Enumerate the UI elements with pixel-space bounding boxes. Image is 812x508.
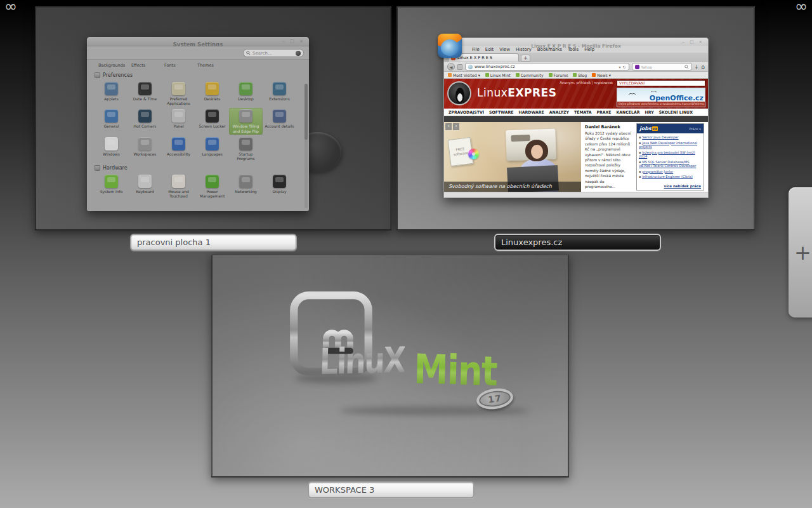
nav-item[interactable]: PRAXE	[596, 110, 611, 114]
bookmark-item[interactable]: News ▾	[592, 73, 611, 77]
workspace3-name-input[interactable]	[308, 481, 475, 498]
bookmark-item[interactable]: Linux Mint	[485, 73, 511, 77]
job-link-item[interactable]: programátor junior	[639, 170, 702, 174]
settings-item-label[interactable]: Effects	[131, 63, 164, 68]
site-identity-icon[interactable]	[468, 65, 473, 69]
settings-item[interactable]: Hot Corners	[128, 108, 162, 134]
search-icon[interactable]	[684, 65, 689, 69]
site-search-input[interactable]: VYHLEDÁVÁNÍ	[617, 80, 705, 86]
nav-item[interactable]: HARDWARE	[519, 110, 544, 114]
settings-window-buttons[interactable]: ‒ □ ×	[282, 37, 305, 46]
firefox-window[interactable]: Linux E X P R E S - Mozilla Firefox ‒ □ …	[443, 37, 709, 198]
job-link-item[interactable]: MS SQL Server Database/MS VB.Net+Telerik…	[639, 160, 702, 168]
reload-icon[interactable]: ↻	[623, 65, 626, 69]
nav-item[interactable]: SOFTWARE	[489, 110, 514, 114]
settings-item[interactable]: Screen Locker	[195, 108, 229, 134]
settings-item-label[interactable]: Themes	[197, 63, 230, 68]
bookmark-item[interactable]: Forums	[549, 73, 568, 77]
settings-item[interactable]: Workspaces	[128, 136, 162, 162]
settings-item-label[interactable]: Backgrounds	[98, 63, 131, 68]
settings-item[interactable]: Window Tiling and Edge Flip	[229, 108, 263, 134]
settings-item[interactable]: Extensions	[263, 81, 296, 107]
linuxexpres-penguin-logo[interactable]	[447, 81, 471, 105]
settings-scrollbar[interactable]	[304, 84, 308, 208]
menu-item[interactable]: Edit	[485, 47, 494, 52]
settings-item[interactable]: Display	[263, 173, 296, 199]
bookmark-item[interactable]: Community	[516, 73, 544, 77]
settings-item[interactable]: General	[95, 108, 128, 134]
wallpaper-word-linux: LinuX	[319, 339, 405, 382]
site-nav: ZPRAVODAJSTVÍSOFTWAREHARDWAREANALÝZYTÉMA…	[444, 109, 708, 116]
settings-item[interactable]: Keyboard	[128, 173, 162, 199]
search-clear-icon[interactable]	[296, 51, 301, 56]
back-button[interactable]: ◀	[447, 63, 455, 70]
nav-item[interactable]: ŠKOLENÍ LINUX	[659, 110, 693, 114]
settings-item[interactable]: Account details	[263, 108, 296, 134]
settings-item[interactable]: Mouse and Touchpad	[162, 173, 195, 199]
expo-infinity-icon-right: ∞	[795, 0, 808, 15]
nav-item[interactable]: KANCELÁŘ	[617, 110, 640, 114]
settings-item-label: Display	[272, 189, 286, 194]
settings-item[interactable]: Desktop	[229, 81, 263, 107]
carousel-next-button[interactable]: ›	[453, 123, 459, 130]
settings-item[interactable]: Windows	[95, 136, 128, 162]
settings-item-icon	[172, 137, 185, 150]
menu-item[interactable]: History	[516, 47, 532, 52]
settings-item[interactable]: Date & Time	[128, 81, 162, 107]
settings-item[interactable]: Applets	[95, 81, 128, 107]
settings-item[interactable]: Preferred Applications	[162, 81, 195, 107]
workspace2-name-input[interactable]	[494, 234, 661, 251]
nav-item[interactable]: TÉMATA	[574, 110, 591, 114]
settings-item[interactable]: Accessibility	[162, 136, 195, 162]
job-link-item[interactable]: Inženýra pro testování SW (m/ž) 2014	[639, 150, 702, 159]
nav-item[interactable]: HRY	[645, 110, 654, 114]
workspace-thumbnail-3[interactable]: LinuXMint 17	[211, 254, 569, 478]
nav-item[interactable]: ANALÝZY	[549, 110, 569, 114]
new-tab-button[interactable]: +	[521, 55, 530, 62]
firefox-window-buttons[interactable]: ‒ □ ×	[682, 38, 704, 46]
workspace1-name-input[interactable]	[130, 234, 297, 251]
job-link-item[interactable]: Senior Java Developer	[639, 135, 702, 140]
menu-item[interactable]: View	[499, 47, 510, 52]
settings-item[interactable]: System Info	[95, 173, 128, 199]
workspace-thumbnail-2[interactable]: Linux E X P R E S - Mozilla Firefox ‒ □ …	[396, 6, 755, 231]
page-icon[interactable]	[457, 64, 462, 70]
bookmark-item[interactable]: Blog	[573, 73, 587, 77]
settings-item[interactable]: Startup Programs	[229, 136, 263, 162]
job-link-item[interactable]: Java Web Developer international project…	[639, 141, 702, 149]
settings-item[interactable]: Power Management	[195, 173, 229, 199]
settings-item-label[interactable]: Fonts	[164, 63, 197, 68]
carousel-prev-button[interactable]: ‹	[445, 123, 452, 130]
login-links[interactable]: Anonym: přihlásit | registrovat	[560, 81, 613, 84]
jobs-logo[interactable]: jobs	[639, 126, 652, 131]
download-icon[interactable]: ↓	[695, 64, 699, 70]
settings-item[interactable]: Desklets	[195, 81, 229, 107]
workspace-thumbnail-1[interactable]: System Settings ‒ □ × Search... Backgrou…	[35, 6, 391, 231]
url-dropdown-icon[interactable]: ▾	[619, 65, 621, 69]
bookmark-item[interactable]: Most Visited ▾	[448, 73, 480, 77]
photo-caption[interactable]: Svobodný software na obecních úřadech	[444, 182, 581, 192]
job-link-item[interactable]: Infrastructure Engineer (Citrix)	[639, 175, 702, 179]
jobs-more-link[interactable]: více nabídek práce	[637, 184, 704, 190]
search-engine-icon[interactable]	[635, 65, 639, 69]
home-icon[interactable]: ⌂	[701, 64, 705, 70]
menu-item[interactable]: File	[472, 47, 480, 52]
search-box[interactable]: Yahoo	[632, 63, 692, 70]
settings-item[interactable]: Networking	[229, 173, 263, 199]
system-settings-window[interactable]: System Settings ‒ □ × Search... Backgrou…	[87, 37, 309, 211]
settings-item-label: Applets	[104, 97, 119, 101]
settings-item-icon	[206, 175, 219, 188]
url-bar[interactable]: www.linuxexpres.cz ▾ ↻	[465, 63, 629, 70]
openoffice-ad-banner[interactable]: OpenOffice.cz Dejte přednost otevřenému …	[617, 88, 705, 107]
settings-search-input[interactable]: Search...	[243, 49, 304, 57]
settings-item[interactable]: Languages	[195, 136, 229, 162]
firefox-titlebar[interactable]: Linux E X P R E S - Mozilla Firefox ‒ □ …	[444, 38, 708, 46]
settings-item[interactable]: Panel	[162, 108, 195, 134]
settings-titlebar[interactable]: System Settings ‒ □ ×	[87, 37, 309, 46]
article-author[interactable]: Daniel Baránek	[585, 124, 633, 130]
article-carousel[interactable]: FREE software ‹ › Svobodný software na o…	[444, 122, 581, 192]
site-logo-text[interactable]: LinuxEXPRES	[477, 86, 556, 99]
bookmarks-toolbar: Most Visited ▾ Linux Mint Community Foru…	[444, 72, 708, 79]
nav-item[interactable]: ZPRAVODAJSTVÍ	[449, 110, 484, 114]
add-workspace-button[interactable]: +	[789, 187, 812, 318]
